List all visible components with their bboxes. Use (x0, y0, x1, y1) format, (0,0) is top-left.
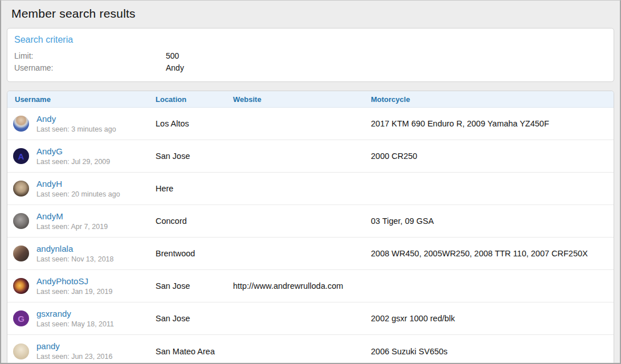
website-cell[interactable]: http://www.andrewrulloda.com (233, 281, 371, 291)
last-seen-text: Last seen: Apr 7, 2019 (36, 222, 108, 232)
username-link[interactable]: pandy (36, 341, 60, 351)
title-bar: Member search results (1, 1, 620, 28)
limit-value: 500 (166, 50, 179, 62)
photo-avatar[interactable] (13, 181, 29, 197)
user-text: AndyG Last seen: Jul 29, 2009 (36, 146, 110, 167)
username-link[interactable]: AndyH (36, 178, 62, 189)
last-seen-text: Last seen: 3 minutes ago (36, 125, 116, 134)
username-link[interactable]: andynlala (36, 243, 73, 254)
user-cell: andynlala Last seen: Nov 13, 2018 (7, 243, 156, 264)
results-rows: Andy Last seen: 3 minutes ago Los Altos … (7, 108, 614, 364)
letter-avatar[interactable]: A (13, 148, 29, 164)
member-row: AndyM Last seen: Apr 7, 2019 Concord 03 … (7, 205, 614, 238)
user-cell: Andy Last seen: 3 minutes ago (7, 113, 156, 134)
photo-avatar[interactable] (13, 343, 29, 359)
member-row: AndyPhotoSJ Last seen: Jan 19, 2019 San … (7, 270, 614, 302)
location-cell: Concord (156, 216, 233, 226)
column-header-motorcycle: Motorcycle (371, 95, 614, 104)
last-seen-text: Last seen: 20 minutes ago (36, 190, 120, 199)
criteria-row-username: Username: Andy (14, 62, 607, 74)
motorcycle-cell: 2002 gsxr 1000 red/blk (371, 314, 614, 323)
username-value: Andy (166, 62, 184, 74)
user-text: AndyH Last seen: 20 minutes ago (36, 178, 120, 199)
page-title: Member search results (11, 7, 610, 21)
letter-avatar[interactable]: G (13, 310, 29, 326)
location-cell: San Jose (156, 152, 233, 161)
user-cell: G gsxrandy Last seen: May 18, 2011 (7, 308, 156, 329)
username-link[interactable]: AndyPhotoSJ (36, 276, 88, 287)
limit-label: Limit: (14, 50, 166, 62)
user-cell: AndyM Last seen: Apr 7, 2019 (7, 211, 156, 232)
member-row: Andy Last seen: 3 minutes ago Los Altos … (7, 108, 614, 140)
member-row: A AndyG Last seen: Jul 29, 2009 San Jose… (7, 140, 614, 173)
motorcycle-cell: 2008 WR450, 2005WR250, 2008 TTR 110, 200… (371, 249, 614, 258)
username-link[interactable]: Andy (36, 113, 56, 124)
username-link[interactable]: AndyM (36, 211, 63, 222)
user-text: andynlala Last seen: Nov 13, 2018 (36, 243, 114, 264)
user-cell: AndyH Last seen: 20 minutes ago (7, 178, 156, 199)
user-text: Andy Last seen: 3 minutes ago (36, 113, 116, 134)
location-cell: San Jose (156, 314, 233, 323)
user-cell: pandy Last seen: Jun 23, 2016 (7, 341, 156, 362)
user-text: AndyM Last seen: Apr 7, 2019 (36, 211, 108, 232)
user-text: gsxrandy Last seen: May 18, 2011 (36, 308, 114, 329)
criteria-row-limit: Limit: 500 (14, 50, 607, 62)
photo-avatar[interactable] (13, 278, 29, 294)
member-row: G gsxrandy Last seen: May 18, 2011 San J… (7, 302, 614, 335)
username-link[interactable]: gsxrandy (36, 308, 71, 319)
motorcycle-cell: 2017 KTM 690 Enduro R, 2009 Yamaha YZ450… (371, 119, 614, 128)
photo-avatar[interactable] (13, 246, 29, 261)
member-row: AndyH Last seen: 20 minutes ago Here (7, 173, 614, 205)
photo-avatar[interactable] (13, 213, 29, 229)
username-label: Username: (14, 62, 166, 74)
motorcycle-cell: 03 Tiger, 09 GSA (371, 216, 614, 226)
location-cell: Here (156, 184, 233, 193)
column-header-location: Location (156, 95, 233, 104)
search-criteria-card: Search criteria Limit: 500 Username: And… (7, 28, 614, 82)
last-seen-text: Last seen: Jun 23, 2016 (36, 352, 112, 362)
last-seen-text: Last seen: Nov 13, 2018 (36, 255, 114, 264)
member-row: pandy Last seen: Jun 23, 2016 San Mateo … (7, 335, 614, 364)
location-cell: Brentwood (156, 249, 233, 258)
column-header-website: Website (233, 95, 371, 104)
location-cell: Los Altos (156, 119, 233, 128)
motorcycle-cell: 2006 Suzuki SV650s (371, 347, 614, 356)
user-text: pandy Last seen: Jun 23, 2016 (36, 341, 112, 362)
photo-avatar[interactable] (13, 116, 29, 132)
results-table-header: Username Location Website Motorcycle (7, 91, 614, 108)
motorcycle-cell: 2000 CR250 (371, 152, 614, 161)
location-cell: San Jose (156, 281, 233, 291)
last-seen-text: Last seen: May 18, 2011 (36, 320, 114, 329)
user-cell: A AndyG Last seen: Jul 29, 2009 (7, 146, 156, 167)
member-row: andynlala Last seen: Nov 13, 2018 Brentw… (7, 238, 614, 270)
last-seen-text: Last seen: Jan 19, 2019 (36, 287, 112, 297)
username-link[interactable]: AndyG (36, 146, 63, 157)
user-cell: AndyPhotoSJ Last seen: Jan 19, 2019 (7, 276, 156, 297)
location-cell: San Mateo Area (156, 347, 233, 356)
search-criteria-heading: Search criteria (14, 35, 607, 45)
last-seen-text: Last seen: Jul 29, 2009 (36, 157, 110, 167)
column-header-username: Username (7, 95, 156, 104)
results-table: Username Location Website Motorcycle And… (7, 91, 614, 364)
user-text: AndyPhotoSJ Last seen: Jan 19, 2019 (36, 276, 112, 297)
